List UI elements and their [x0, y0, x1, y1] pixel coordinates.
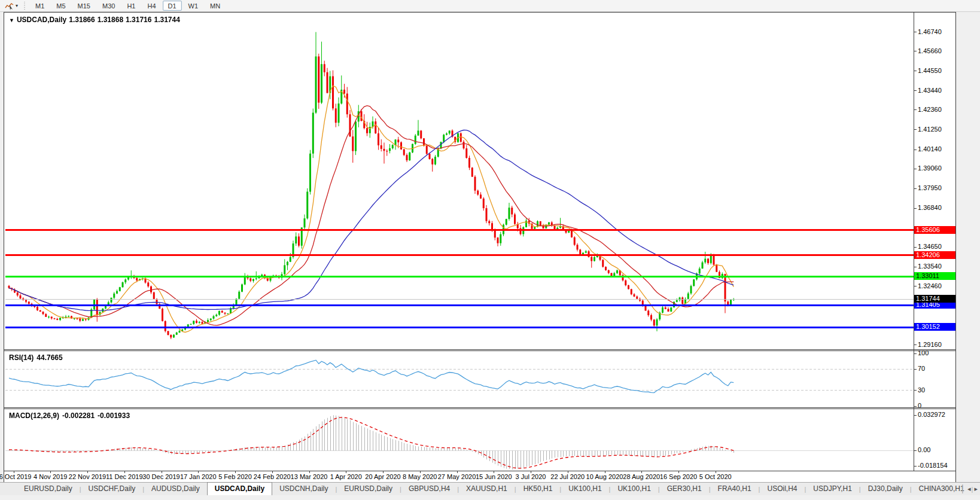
rsi-name: RSI(14): [9, 353, 34, 362]
rsi-scale-tickmark: [914, 353, 917, 354]
date-axis-label: 11 Dec 2019: [106, 473, 143, 480]
date-axis-label: 17 Jan 2020: [180, 473, 217, 480]
dropdown-caret-icon[interactable]: ▾: [16, 3, 18, 8]
timeframe-button-M30[interactable]: M30: [97, 1, 120, 11]
rsi-scale-label: 70: [918, 365, 925, 372]
chart-tab-EURUSD-Daily[interactable]: EURUSD,Daily: [337, 483, 400, 495]
ohlc-open: 1.31866: [69, 16, 95, 24]
macd-scale-tickmark: [914, 415, 917, 416]
rsi-scale-tickmark: [914, 369, 917, 370]
price-scale-border: [914, 13, 914, 471]
y-axis-tickmark: [914, 188, 917, 189]
chart-tab-GER30-H1[interactable]: GER30,H1: [660, 483, 709, 495]
y-axis-tickmark: [914, 90, 917, 91]
rsi-pane-canvas[interactable]: [5, 352, 914, 407]
y-axis-tick-label: 1.41250: [918, 126, 942, 133]
y-axis-tick-label: 1.33540: [918, 263, 942, 270]
price-level-tag: 1.33011: [914, 272, 955, 280]
y-axis-tickmark: [914, 71, 917, 71]
rsi-value: 44.7665: [36, 353, 62, 362]
chart-tab-XAUUSD-H1[interactable]: XAUUSD,H1: [459, 483, 515, 495]
date-axis-label: 5 Oct 2020: [699, 473, 732, 480]
y-axis-tickmark: [914, 286, 917, 286]
date-axis-label: 15 Jun 2020: [476, 473, 512, 480]
horizontal-level-line[interactable]: [5, 304, 914, 306]
y-axis-tickmark: [914, 169, 917, 169]
date-axis-label: 30 Dec 2019: [142, 473, 179, 480]
y-axis-tick-label: 1.29160: [918, 341, 942, 348]
macd-scale-label: 0.00: [918, 446, 930, 453]
y-axis-tick-label: 1.36840: [918, 204, 942, 211]
y-axis-tickmark: [914, 51, 917, 51]
pane-separator[interactable]: [4, 349, 955, 351]
application-window: ▾ M1M5M15M30H1H4D1W1MN 1.356061.342061.3…: [0, 0, 980, 500]
ohlc-low: 1.31716: [126, 16, 151, 24]
ohlc-close: 1.31744: [154, 16, 179, 24]
chart-tab-FRA40-H1[interactable]: FRA40,H1: [711, 483, 759, 495]
chart-tab-HK50-H1[interactable]: HK50,H1: [516, 483, 560, 495]
macd-value: -0.002281: [62, 411, 95, 420]
timeframe-button-M15[interactable]: M15: [72, 1, 96, 11]
y-axis-tickmark: [914, 344, 917, 345]
chart-tab-GBPUSD-H4[interactable]: GBPUSD,H4: [401, 483, 457, 495]
tab-scroll-left-icon[interactable]: ◂: [967, 485, 971, 493]
timeframe-button-M5[interactable]: M5: [51, 1, 71, 11]
timeframe-button-H4[interactable]: H4: [142, 1, 161, 11]
chart-tab-UK100-H1[interactable]: UK100,H1: [610, 483, 658, 495]
current-price-tag: 1.31744: [914, 295, 955, 303]
macd-scale-label: -0.018154: [918, 462, 948, 469]
macd-name: MACD(12,26,9): [9, 411, 59, 420]
y-axis-tick-label: 1.43440: [918, 87, 942, 94]
horizontal-level-line[interactable]: [5, 254, 914, 256]
date-axis-label: 22 Nov 2019: [69, 473, 106, 480]
y-axis-tickmark: [914, 247, 917, 248]
timeframe-button-H1[interactable]: H1: [121, 1, 141, 11]
horizontal-level-line[interactable]: [5, 229, 914, 231]
macd-scale-tickmark: [914, 450, 917, 451]
y-axis-tick-label: 1.32460: [918, 282, 942, 289]
date-axis-label: 16 Oct 2019: [0, 473, 31, 480]
timeframe-button-M1[interactable]: M1: [30, 1, 50, 11]
macd-pane-canvas[interactable]: [5, 410, 914, 471]
chart-tab-USDCHF-Daily[interactable]: USDCHF,Daily: [81, 483, 143, 495]
y-axis-tickmark: [914, 109, 917, 110]
tab-scroll-controls: | ◂ ▸: [961, 482, 978, 495]
rsi-scale-label: 0: [918, 402, 921, 409]
rsi-scale-label: 100: [918, 349, 929, 356]
timeframe-button-group: M1M5M15M30H1H4D1W1MN: [29, 1, 226, 11]
chart-tab-USDJPY-H1[interactable]: USDJPY,H1: [806, 483, 859, 495]
chart-symbol-label: USDCAD,Daily: [17, 16, 66, 24]
chart-tab-DJ30-Daily[interactable]: DJ30,Daily: [861, 483, 910, 495]
timeframe-button-MN[interactable]: MN: [205, 1, 226, 11]
chart-tab-AUDUSD-Daily[interactable]: AUDUSD,Daily: [144, 483, 207, 495]
timeframe-button-D1[interactable]: D1: [163, 1, 182, 11]
tab-scroll-right-icon[interactable]: ▸: [974, 485, 978, 493]
timeframe-button-W1[interactable]: W1: [183, 1, 204, 11]
macd-label: MACD(12,26,9)-0.002281-0.001933: [9, 411, 133, 420]
y-axis-tickmark: [914, 32, 917, 32]
chart-tab-USDCNH-Daily[interactable]: USDCNH,Daily: [272, 483, 335, 495]
tab-arrows-separator: |: [961, 483, 964, 494]
price-level-tag: 1.35606: [914, 226, 955, 234]
chart-window: 1.356061.342061.330111.314051.301521.317…: [4, 12, 956, 482]
crosshair-tool-button[interactable]: ▾: [2, 1, 20, 11]
date-axis-label: 8 May 2020: [403, 473, 437, 480]
collapse-triangle-icon[interactable]: ▼: [9, 17, 14, 23]
y-axis-tickmark: [914, 267, 917, 267]
pane-separator[interactable]: [4, 407, 955, 409]
date-axis-label: 1 Apr 2020: [330, 473, 362, 480]
y-axis-tick-label: 1.42360: [918, 106, 942, 113]
horizontal-level-line[interactable]: [5, 327, 914, 328]
chart-tab-USDCAD-Daily[interactable]: USDCAD,Daily: [207, 482, 272, 495]
current-price-line: [5, 299, 914, 300]
chart-tab-EURUSD-Daily[interactable]: EURUSD,Daily: [17, 483, 80, 495]
date-axis-label: 5 Feb 2020: [218, 473, 252, 480]
chart-tab-UK100-H1[interactable]: UK100,H1: [561, 483, 608, 495]
horizontal-level-line[interactable]: [5, 276, 914, 278]
y-axis-tickmark: [914, 150, 917, 150]
date-axis-label: 16 Sep 2020: [660, 473, 697, 480]
rsi-label: RSI(14)44.7665: [9, 353, 66, 362]
macd-scale-tickmark: [914, 466, 917, 467]
chart-tab-USOil-H4[interactable]: USOil,H4: [760, 483, 804, 495]
date-axis-label: 22 Jul 2020: [550, 473, 585, 480]
